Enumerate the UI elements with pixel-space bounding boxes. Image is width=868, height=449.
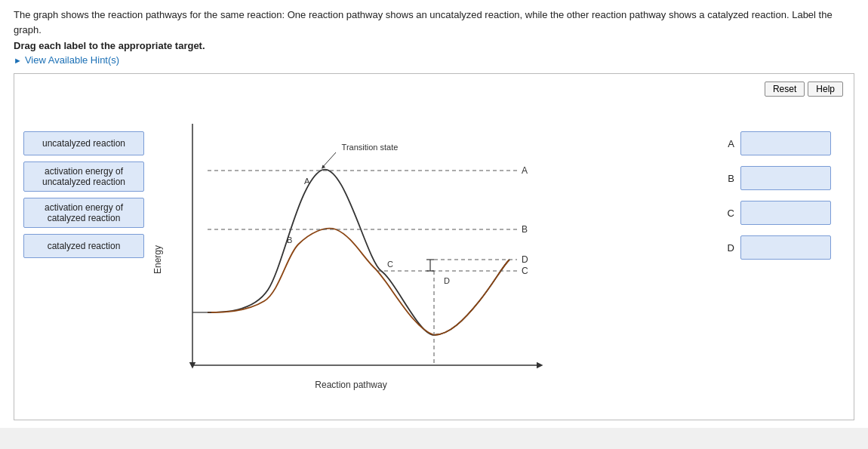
page-wrapper: The graph shows the reaction pathways fo… (0, 0, 868, 428)
label-catalyzed[interactable]: catalyzed reaction (23, 234, 144, 258)
drop-row-B: B (724, 166, 845, 190)
chart-peak-B: B (287, 235, 292, 244)
chart-peak-A: A (304, 177, 310, 186)
chart-area: Energy Reaction pathway (147, 109, 709, 403)
hint-arrow-icon: ► (14, 56, 22, 65)
drop-letter-D: D (724, 242, 734, 254)
chart-inline-C: C (387, 260, 393, 269)
drop-panel: A B C D (724, 116, 845, 260)
label-activation-catalyzed[interactable]: activation energy of catalyzed reaction (23, 198, 144, 228)
transition-state-arrow (322, 152, 336, 168)
main-box: Reset Help uncatalyzed reaction activati… (14, 73, 854, 420)
drop-box-B[interactable] (740, 166, 831, 190)
top-buttons: Reset Help (765, 81, 843, 97)
reset-button[interactable]: Reset (765, 81, 805, 97)
x-axis-label: Reaction pathway (315, 380, 386, 390)
chart-label-D: D (522, 254, 528, 265)
uncatalyzed-path (208, 170, 509, 335)
hint-link[interactable]: ► View Available Hint(s) (14, 54, 854, 66)
y-axis-label: Energy (152, 245, 163, 274)
drop-row-A: A (724, 131, 845, 155)
chart-inline-D: D (444, 276, 450, 285)
catalyzed-path (208, 229, 509, 335)
instructions-text: The graph shows the reaction pathways fo… (14, 8, 854, 37)
labels-panel: uncatalyzed reaction activation energy o… (23, 131, 144, 258)
chart-label-A: A (522, 165, 528, 176)
drop-box-D[interactable] (740, 235, 831, 260)
chart-label-B: B (522, 224, 528, 235)
drop-letter-C: C (724, 208, 734, 219)
hint-link-text: View Available Hint(s) (25, 54, 119, 66)
label-uncatalyzed[interactable]: uncatalyzed reaction (23, 131, 144, 155)
drop-row-C: C (724, 201, 845, 225)
transition-state-label: Transition state (342, 143, 399, 152)
help-button[interactable]: Help (808, 81, 843, 97)
drag-instruction: Drag each label to the appropriate targe… (14, 40, 854, 51)
drop-letter-A: A (724, 138, 734, 149)
label-activation-uncatalyzed[interactable]: activation energy of uncatalyzed reactio… (23, 161, 144, 192)
content-row: uncatalyzed reaction activation energy o… (23, 109, 845, 403)
drop-box-A[interactable] (740, 131, 831, 155)
drop-row-D: D (724, 235, 845, 260)
drop-box-C[interactable] (740, 201, 831, 225)
chart-label-C: C (522, 266, 528, 276)
drop-letter-B: B (724, 173, 734, 184)
reaction-chart: Energy Reaction pathway (147, 109, 555, 403)
